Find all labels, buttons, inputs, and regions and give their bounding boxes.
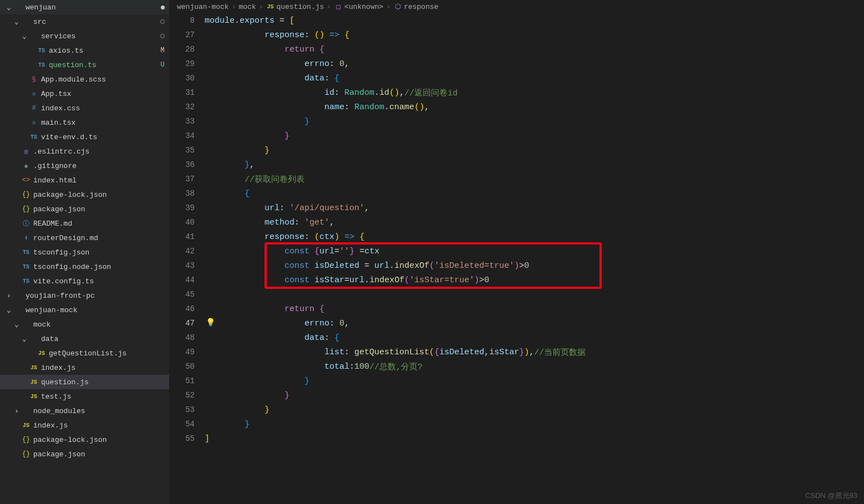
chevron-down-icon[interactable]: ⌄ — [12, 17, 21, 26]
code-line[interactable]: errno: 0, — [205, 316, 864, 330]
explorer-item-package-json[interactable]: {}package.json — [0, 447, 169, 461]
explorer-item-wenjuan[interactable]: ⌄wenjuan — [0, 0, 169, 14]
modified-dot-icon — [156, 32, 169, 40]
vertical-scrollbar[interactable] — [858, 13, 864, 504]
breadcrumb-segment[interactable]: response — [404, 3, 438, 11]
code-line[interactable]: total:100//总数,分页? — [205, 359, 864, 374]
breadcrumb-segment[interactable]: question.js — [276, 3, 324, 11]
explorer-item-label: package-lock.json — [33, 191, 169, 199]
code-token: , — [484, 348, 489, 357]
explorer-item-vite-config-ts[interactable]: TSvite.config.ts — [0, 274, 169, 288]
code-line[interactable]: } — [205, 374, 864, 388]
explorer-item-tsconfig-node-json[interactable]: TStsconfig.node.json — [0, 259, 169, 274]
explorer-item-index-css[interactable]: #index.css — [0, 101, 169, 115]
lightbulb-icon[interactable]: 💡 — [206, 318, 215, 327]
code-line[interactable]: return { — [205, 302, 864, 316]
code-line[interactable]: response: () => { — [205, 28, 864, 42]
code-line[interactable] — [205, 287, 864, 302]
file-explorer[interactable]: ⌄wenjuan⌄src⌄servicesTSaxios.tsMTSquesti… — [0, 0, 169, 504]
code-line[interactable]: return { — [205, 42, 864, 57]
explorer-item-index-js[interactable]: JSindex.js — [0, 360, 169, 375]
explorer-item-mock[interactable]: ⌄mock — [0, 317, 169, 332]
explorer-item-test-js[interactable]: JStest.js — [0, 389, 169, 404]
explorer-item--gitignore[interactable]: ◆.gitignore — [0, 159, 169, 173]
symbol-icon: ▢ — [334, 2, 343, 11]
chevron-down-icon[interactable]: ⌄ — [12, 320, 21, 329]
code-line[interactable]: const isDeleted = url.indexOf('isDeleted… — [205, 258, 864, 273]
explorer-item-vite-env-d-ts[interactable]: TSvite-env.d.ts — [0, 130, 169, 144]
code-line[interactable]: } — [205, 129, 864, 143]
code-line[interactable]: method: 'get', — [205, 215, 864, 230]
explorer-item-package-lock-json[interactable]: {}package-lock.json — [0, 187, 169, 202]
code-line[interactable]: name: Random.cname(), — [205, 100, 864, 114]
code-line[interactable]: list: getQuestionList({isDeleted,isStar}… — [205, 345, 864, 359]
code-token: . — [374, 88, 379, 98]
code-token: id — [324, 88, 334, 98]
modified-dot-icon — [156, 3, 169, 12]
code-line[interactable]: const {url=''} =ctx — [205, 244, 864, 258]
explorer-item-package-lock-json[interactable]: {}package-lock.json — [0, 432, 169, 447]
explorer-item-label: main.tsx — [41, 119, 169, 127]
code-token: { — [334, 333, 339, 343]
code-line[interactable]: } — [205, 403, 864, 417]
chevron-down-icon[interactable]: ⌄ — [20, 32, 29, 40]
explorer-item-index-js[interactable]: JSindex.js — [0, 418, 169, 432]
code-line[interactable]: const isStar=url.indexOf('isStar=true')>… — [205, 273, 864, 287]
explorer-item-node-modules[interactable]: ›node_modules — [0, 404, 169, 418]
chevron-down-icon[interactable]: ⌄ — [4, 3, 13, 12]
code-token — [205, 232, 265, 242]
code-token: 0 — [524, 261, 529, 271]
chevron-down-icon[interactable]: ⌄ — [20, 334, 29, 343]
explorer-item--eslintrc-cjs[interactable]: ◎.eslintrc.cjs — [0, 144, 169, 159]
explorer-item-package-json[interactable]: {}package.json — [0, 202, 169, 216]
code-line[interactable]: } — [205, 388, 864, 403]
explorer-item-main-tsx[interactable]: ⚛main.tsx — [0, 115, 169, 130]
line-number: 28 — [169, 42, 195, 57]
explorer-item-label: App.tsx — [41, 90, 169, 98]
code-line[interactable]: } — [205, 417, 864, 431]
code-line[interactable]: module.exports = [ — [205, 13, 864, 28]
explorer-item-label: youjian-front-pc — [26, 292, 169, 300]
line-number: 49 — [169, 345, 195, 359]
explorer-item-routerdesign-md[interactable]: ⬇routerDesign.md — [0, 231, 169, 245]
code-line[interactable]: { — [205, 186, 864, 201]
breadcrumb-segment[interactable]: wenjuan-mock — [177, 3, 229, 11]
code-line[interactable]: } — [205, 114, 864, 129]
explorer-item-question-ts[interactable]: TSquestion.tsU — [0, 58, 169, 72]
code-token: url — [349, 276, 364, 285]
code-line[interactable]: } — [205, 143, 864, 157]
code-token: ) — [334, 232, 339, 242]
code-token — [205, 74, 304, 83]
explorer-item-app-tsx[interactable]: ⚛App.tsx — [0, 86, 169, 101]
explorer-item-question-js[interactable]: JSquestion.js — [0, 375, 169, 389]
chevron-down-icon[interactable]: ⌄ — [4, 306, 13, 314]
explorer-item-axios-ts[interactable]: TSaxios.tsM — [0, 43, 169, 58]
chevron-right-icon[interactable]: › — [4, 292, 13, 300]
breadcrumb-segment[interactable]: mock — [238, 3, 256, 11]
explorer-item-wenjuan-mock[interactable]: ⌄wenjuan-mock — [0, 303, 169, 317]
code-editor[interactable]: 8272829303132333435363738394041424344454… — [169, 13, 864, 504]
code-line[interactable]: response: (ctx) => { — [205, 230, 864, 244]
code-line[interactable]: data: { — [205, 330, 864, 345]
explorer-item-services[interactable]: ⌄services — [0, 29, 169, 43]
chevron-right-icon[interactable]: › — [12, 407, 21, 415]
code-token — [205, 319, 304, 328]
explorer-item-app-module-scss[interactable]: §App.module.scss — [0, 72, 169, 86]
explorer-item-index-html[interactable]: <>index.html — [0, 173, 169, 187]
explorer-item-youjian-front-pc[interactable]: ›youjian-front-pc — [0, 288, 169, 303]
code-line[interactable]: data: { — [205, 71, 864, 85]
code-line[interactable]: //获取问卷列表 — [205, 172, 864, 186]
explorer-item-readme-md[interactable]: ⓘREADME.md — [0, 216, 169, 231]
explorer-item-getquestionlist-js[interactable]: JSgetQuestionList.js — [0, 346, 169, 360]
explorer-item-src[interactable]: ⌄src — [0, 14, 169, 29]
code-line[interactable]: }, — [205, 157, 864, 172]
code-line[interactable]: url: '/api/question', — [205, 201, 864, 215]
code-line[interactable]: errno: 0, — [205, 57, 864, 71]
explorer-item-tsconfig-json[interactable]: TStsconfig.json — [0, 245, 169, 259]
code-line[interactable]: id: Random.id(),//返回问卷id — [205, 85, 864, 100]
code-line[interactable]: ] — [205, 431, 864, 446]
breadcrumb-segment[interactable]: <unknown> — [344, 3, 383, 11]
code-content[interactable]: module.exports = [ response: () => { ret… — [205, 13, 864, 504]
explorer-item-data[interactable]: ⌄data — [0, 332, 169, 346]
breadcrumb[interactable]: wenjuan-mock›mock›JSquestion.js›▢<unknow… — [169, 0, 864, 13]
